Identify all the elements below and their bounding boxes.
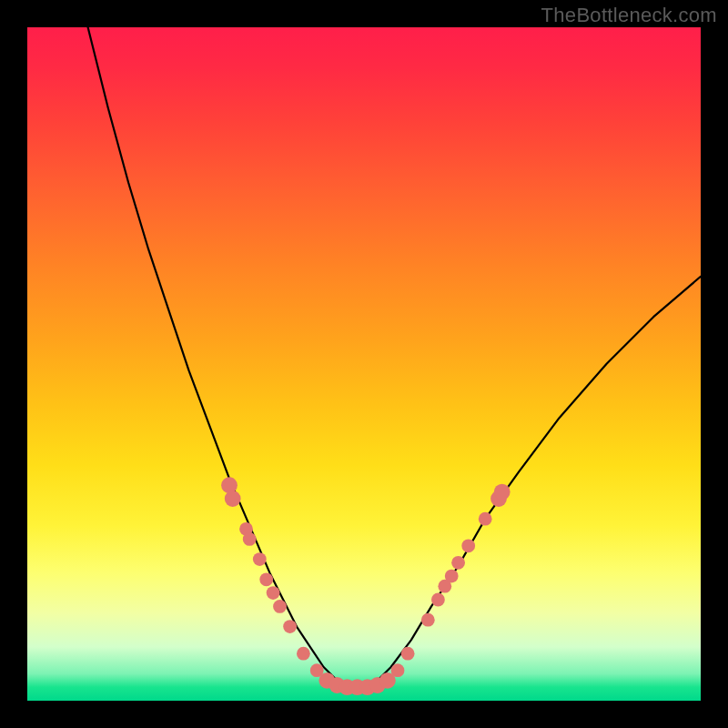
chart-svg bbox=[27, 27, 701, 701]
watermark-label: TheBottleneck.com bbox=[541, 4, 717, 27]
curve-marker bbox=[494, 484, 511, 500]
curve-path-group bbox=[88, 27, 701, 687]
marker-group bbox=[221, 477, 510, 695]
chart-frame: TheBottleneck.com bbox=[0, 0, 728, 728]
curve-marker bbox=[479, 512, 492, 526]
curve-marker bbox=[401, 647, 415, 661]
curve-marker bbox=[431, 593, 445, 607]
curve-marker bbox=[221, 477, 238, 493]
curve-marker bbox=[225, 490, 241, 507]
curve-marker bbox=[451, 556, 465, 570]
curve-marker bbox=[253, 552, 267, 566]
curve-marker bbox=[421, 613, 435, 627]
curve-line bbox=[88, 27, 701, 687]
curve-marker bbox=[267, 586, 280, 600]
curve-marker bbox=[273, 600, 287, 613]
curve-marker bbox=[297, 647, 310, 661]
curve-marker bbox=[445, 570, 459, 583]
curve-marker bbox=[259, 572, 273, 586]
chart-plot-area bbox=[27, 27, 701, 701]
curve-marker bbox=[283, 620, 297, 633]
curve-marker bbox=[461, 539, 475, 552]
curve-marker bbox=[243, 532, 257, 546]
curve-marker bbox=[391, 663, 405, 677]
